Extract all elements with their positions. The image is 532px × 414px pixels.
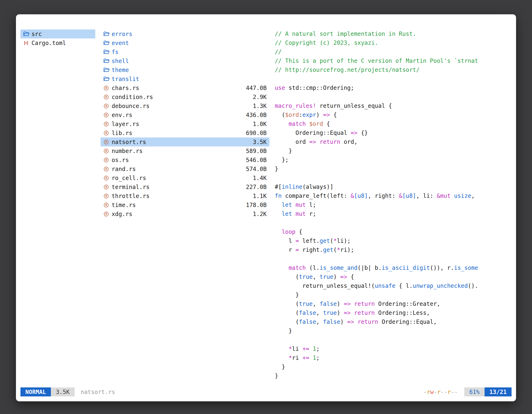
svg-text:R: R xyxy=(105,158,107,162)
code-line: (false, false) => return Ordering::Equal… xyxy=(275,318,512,327)
file-name: errors xyxy=(112,31,132,38)
svg-text:R: R xyxy=(105,104,107,108)
folder-open-icon xyxy=(104,49,112,55)
code-line: } xyxy=(275,290,512,299)
file-name: lib.rs xyxy=(112,130,132,136)
cursor-position: 13/21 xyxy=(484,387,512,396)
list-item-theme[interactable]: theme xyxy=(101,66,269,75)
file-name: shell xyxy=(112,58,129,64)
rust-icon: R xyxy=(104,175,112,181)
rust-icon: R xyxy=(104,112,112,118)
list-item-number.rs[interactable]: Rnumber.rs589.0B xyxy=(101,146,269,155)
svg-text:R: R xyxy=(105,185,107,189)
rust-icon: R xyxy=(104,139,112,145)
file-name: src xyxy=(31,31,42,38)
file-name: env.rs xyxy=(112,112,132,118)
code-line: (true, false) => return Ordering::Greate… xyxy=(275,299,512,308)
list-item-time.rs[interactable]: Rtime.rs178.0B xyxy=(101,201,269,210)
list-item-debounce.rs[interactable]: Rdebounce.rs1.3K xyxy=(101,101,269,110)
file-name: ro_cell.rs xyxy=(112,175,146,182)
code-line: use std::cmp::Ordering; xyxy=(275,83,512,92)
svg-text:R: R xyxy=(105,122,107,125)
file-size: 1.4K xyxy=(253,175,267,182)
list-item-event[interactable]: event xyxy=(101,39,269,48)
file-name: Cargo.toml xyxy=(31,40,66,47)
current-pane: errorseventfsshellthemetranslitRchars.rs… xyxy=(101,29,269,382)
rust-icon: R xyxy=(104,202,112,208)
folder-open-icon xyxy=(104,31,112,37)
status-right-group: -rw-r--r-- 61% 13/21 xyxy=(423,387,512,396)
file-size: 1.0K xyxy=(253,121,267,127)
file-name: translit xyxy=(112,76,139,82)
svg-text:R: R xyxy=(105,149,107,153)
list-item-translit[interactable]: translit xyxy=(101,75,269,83)
file-name: fs xyxy=(112,49,119,55)
rust-icon: R xyxy=(104,193,112,199)
code-line: #[inline(always)] xyxy=(275,183,512,192)
code-line: // xyxy=(275,48,512,57)
file-permissions: -rw-r--r-- xyxy=(423,389,458,395)
list-item-terminal.rs[interactable]: Rterminal.rs227.0B xyxy=(101,183,269,192)
file-size: 436.0B xyxy=(246,112,267,118)
file-size: 1.1K xyxy=(253,193,267,199)
list-item-cargo.toml[interactable]: Cargo.toml xyxy=(20,39,95,48)
file-size: 1.2K xyxy=(253,211,267,217)
code-line: match (l.is_some_and(|b| b.is_ascii_digi… xyxy=(275,263,512,272)
code-line: }; xyxy=(275,155,512,164)
list-item-condition.rs[interactable]: Rcondition.rs2.9K xyxy=(101,92,269,101)
code-line: let mut l; xyxy=(275,201,512,210)
file-name: xdg.rs xyxy=(112,211,132,217)
list-item-fs[interactable]: fs xyxy=(101,48,269,57)
code-line: let mut r; xyxy=(275,210,512,219)
code-line xyxy=(275,173,512,183)
file-name: condition.rs xyxy=(112,94,153,100)
list-item-os.rs[interactable]: Ros.rs546.0B xyxy=(101,155,269,164)
list-item-src[interactable]: src xyxy=(20,29,95,39)
rust-icon: R xyxy=(104,184,112,190)
list-item-xdg.rs[interactable]: Rxdg.rs1.2K xyxy=(101,210,269,219)
rust-icon: R xyxy=(104,148,112,154)
file-size: 178.0B xyxy=(246,202,267,208)
status-file-size: 3.5K xyxy=(51,387,75,396)
svg-text:R: R xyxy=(105,212,107,216)
list-item-ro-cell.rs[interactable]: Rro_cell.rs1.4K xyxy=(101,173,269,183)
code-line: // Copyright (c) 2023, sxyazi. xyxy=(275,39,512,48)
rust-icon: R xyxy=(104,103,112,109)
code-line: } xyxy=(275,327,512,336)
file-size: 546.0B xyxy=(246,157,267,164)
code-line: *li += 1; xyxy=(275,345,512,354)
list-item-env.rs[interactable]: Renv.rs436.0B xyxy=(101,110,269,119)
list-item-chars.rs[interactable]: Rchars.rs447.0B xyxy=(101,83,269,92)
folder-open-icon xyxy=(104,76,112,82)
list-item-shell[interactable]: shell xyxy=(101,57,269,66)
list-item-lib.rs[interactable]: Rlib.rs690.0B xyxy=(101,128,269,137)
code-line: // http://sourcefrog.net/projects/natsor… xyxy=(275,66,512,75)
list-item-layer.rs[interactable]: Rlayer.rs1.0K xyxy=(101,119,269,128)
list-item-errors[interactable]: errors xyxy=(101,29,269,39)
list-item-rand.rs[interactable]: Rrand.rs574.0B xyxy=(101,164,269,173)
list-item-natsort.rs[interactable]: Rnatsort.rs3.5K xyxy=(101,137,269,146)
code-line: ($ord:expr) => { xyxy=(275,110,512,119)
file-size: 3.5K xyxy=(253,139,267,145)
rust-icon: R xyxy=(104,130,112,136)
file-name: os.rs xyxy=(112,157,129,164)
file-name: event xyxy=(112,40,129,47)
folder-open-icon xyxy=(23,31,31,37)
svg-text:R: R xyxy=(105,86,107,90)
code-line: return_unless_equal!(unsafe { l.unwrap_u… xyxy=(275,281,512,290)
code-line xyxy=(275,75,512,83)
svg-text:R: R xyxy=(105,167,107,171)
code-line: // This is a port of the C version of Ma… xyxy=(275,57,512,66)
scroll-percent: 61% xyxy=(464,387,484,396)
code-line xyxy=(275,92,512,101)
rust-icon: R xyxy=(104,166,112,172)
code-line xyxy=(275,219,512,227)
list-item-throttle.rs[interactable]: Rthrottle.rs1.1K xyxy=(101,192,269,201)
preview-pane: // A natural sort implementation in Rust… xyxy=(275,29,512,382)
file-name: throttle.rs xyxy=(112,193,150,199)
code-line xyxy=(275,254,512,263)
code-line: (true, true) => { xyxy=(275,272,512,281)
code-line: (false, true) => return Ordering::Less, xyxy=(275,308,512,318)
rust-icon: R xyxy=(104,157,112,163)
file-size: 447.0B xyxy=(246,85,267,91)
